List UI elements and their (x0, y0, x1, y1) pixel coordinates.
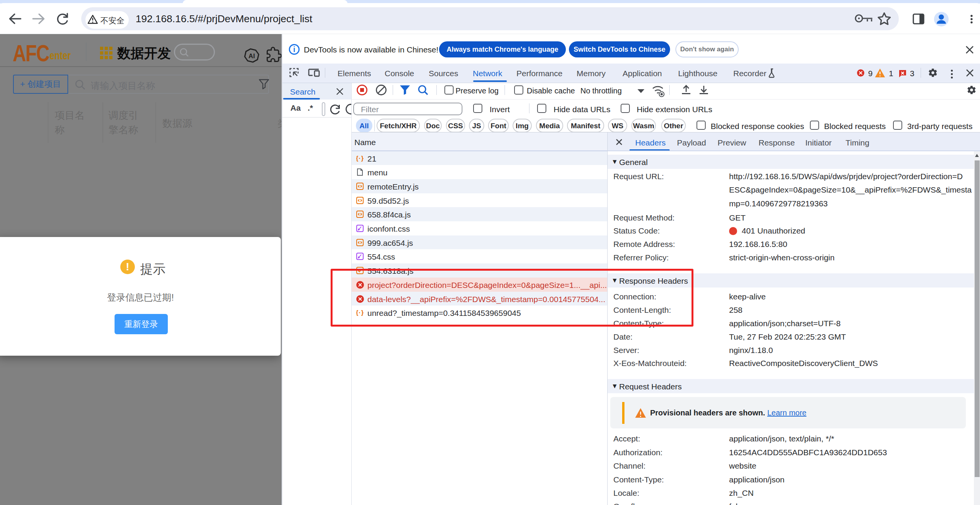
svg-text:AI: AI (249, 52, 255, 60)
svg-text:{·}: {·} (356, 155, 364, 161)
